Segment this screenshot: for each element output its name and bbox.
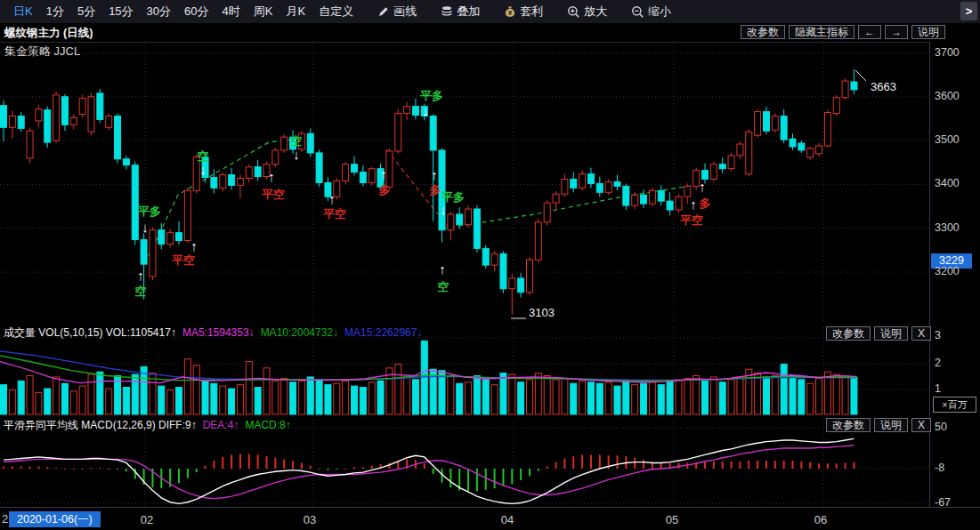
timeframe-tab[interactable]: 15分 [109,4,133,20]
macd-panel-buttons: 改参数说明X [826,418,931,432]
arrow-up-icon: ↑ [699,179,706,194]
signal-label: 多 [430,183,441,197]
close-button[interactable]: X [911,418,931,432]
zoom-in-button[interactable]: 放大 [567,4,607,20]
macd-tick-label: -8 [935,462,944,474]
zoom-out-icon [631,5,644,19]
tool-label: 叠加 [457,4,480,20]
timeframe-tab[interactable]: 周K [254,4,273,20]
date-tick-label: 05 [666,513,678,526]
price-axis: 3229 ×百万 37003600350034003300320032150-8… [929,42,980,507]
timeframe-tab[interactable]: 日K [13,4,33,20]
chart-title-bar: 螺纹钢主力 (日线) 改参数隐藏主指标←→说明 [0,23,980,43]
main-candlestick-chart[interactable]: ↓平多↑空↑平空↓空↑平空↓空↑平空↑多↓平多↑多↓平多↑空↑平空↑多36633… [0,42,929,324]
close-button[interactable]: X [911,326,931,341]
price-tick-label: 3700 [935,46,960,59]
macd-header: 平滑异同平均线 MACD(12,26,9) DIFF:9↑DEA:4↑MACD:… [4,418,297,433]
help-button[interactable]: 说明 [874,326,908,341]
change-params-button[interactable]: 改参数 [826,418,871,432]
price-tick-label: 3200 [935,265,960,277]
arrow-down-icon: ↓ [293,147,300,162]
timeframe-tab[interactable]: 30分 [147,4,171,20]
zoom-out-button[interactable]: 缩小 [631,4,671,20]
clipped-date-label: 2 [2,512,8,526]
toolbar-more-button[interactable]: > [960,2,977,20]
arrow-left-button[interactable]: ← [858,25,881,39]
volume-tick-label: 2 [935,357,941,369]
change-params-button[interactable]: 改参数 [826,326,871,341]
arrow-right-button[interactable]: → [885,25,908,39]
tool-label: 套利 [520,4,543,20]
arrow-up-icon: ↑ [431,167,438,182]
signal-label: 平空 [680,213,703,227]
macd-label: 平滑异同平均线 MACD(12,26,9) DIFF:9↑ [4,419,197,431]
signal-label: 空 [291,134,303,148]
date-tick-label: 06 [814,513,827,526]
signal-label: 多 [700,197,711,210]
tool-label: 画线 [393,4,417,20]
volume-ma5-label: MA5:1594353↓ [182,326,255,339]
volume-panel-buttons: 改参数说明X [826,326,931,341]
volume-unit-label: ×百万 [933,397,976,413]
date-axis: 2 2020-01-06(一) 0203040506 [0,507,980,530]
signal-label: 空 [135,285,147,298]
signal-label: 平多 [420,89,443,102]
signal-label: 平多 [441,190,465,204]
zoom-in-icon [567,5,580,19]
top-toolbar: 日K1分5分15分30分60分4时周K月K自定义 画线叠加¥套利放大缩小 > [0,0,980,23]
macd-tick-label: 50 [935,421,947,433]
volume-header: 成交量 VOL(5,10,15) VOL:1105417↑MA5:1594353… [4,325,428,341]
change-params-button[interactable]: 改参数 [741,25,785,39]
volume-tick-label: 3 [935,329,941,341]
volume-label: 成交量 VOL(5,10,15) VOL:1105417↑ [4,326,176,339]
macd-dea-label: DEA:4↑ [203,419,239,431]
hide-main-indicator-button[interactable]: 隐藏主指标 [789,25,854,39]
tool-label: 放大 [584,4,607,20]
signal-label: 空 [438,280,450,293]
volume-tick-label: 1 [935,382,941,395]
macd-tick-label: -67 [935,496,951,509]
timeframe-tab[interactable]: 4时 [223,4,240,20]
arrow-down-icon: ↓ [199,162,207,177]
timeframe-tab[interactable]: 月K [286,4,305,20]
timeframe-tabs: 日K1分5分15分30分60分4时周K月K自定义 [0,4,353,20]
money-bag-icon: ¥ [504,5,516,18]
price-tick-label: 3600 [935,90,960,102]
arrow-up-icon: ↑ [690,197,697,212]
draw-line-button[interactable]: 画线 [377,4,417,20]
macd-value-label: MACD:8↑ [245,419,290,431]
signal-label: 空 [198,149,209,163]
help-button[interactable]: 说明 [911,25,945,39]
start-date-badge: 2020-01-06(一) [9,511,101,527]
timeframe-tab[interactable]: 60分 [184,4,208,20]
signal-label: 平空 [262,188,285,201]
overlay-button[interactable]: 叠加 [441,4,480,20]
titlebar-buttons: 改参数隐藏主指标←→说明 [741,25,945,39]
arrow-up-icon: ↑ [380,166,387,181]
stack-icon [441,5,453,18]
volume-ma15-label: MA15:2262967↓ [344,326,422,339]
instrument-title: 螺纹钢主力 (日线) [4,26,93,41]
volume-ma10-label: MA10:2004732↓ [261,326,338,339]
strategy-watermark: 集金策略 JJCL [4,44,80,60]
timeframe-tab[interactable]: 自定义 [319,4,353,20]
signal-label: 平空 [323,207,346,221]
price-note-label: 3663 [871,80,896,93]
price-tick-label: 3400 [935,177,960,189]
signal-label: 多 [379,183,391,197]
signal-label: 平空 [172,253,195,267]
price-note-label: 3103 [529,306,555,319]
arrow-up-icon: ↑ [268,169,275,184]
arrow-up-icon: ↑ [190,238,198,253]
timeframe-tab[interactable]: 5分 [77,4,95,20]
arrow-up-icon: ↑ [439,261,446,277]
date-tick-label: 04 [501,513,514,526]
arrow-up-icon: ↑ [328,191,336,206]
date-tick-label: 03 [304,513,316,526]
price-tick-label: 3500 [935,133,960,146]
pencil-icon [377,5,390,18]
date-tick-label: 02 [141,513,153,526]
help-button[interactable]: 说明 [874,418,908,432]
timeframe-tab[interactable]: 1分 [46,4,64,20]
arbitrage-button[interactable]: ¥套利 [504,4,543,20]
